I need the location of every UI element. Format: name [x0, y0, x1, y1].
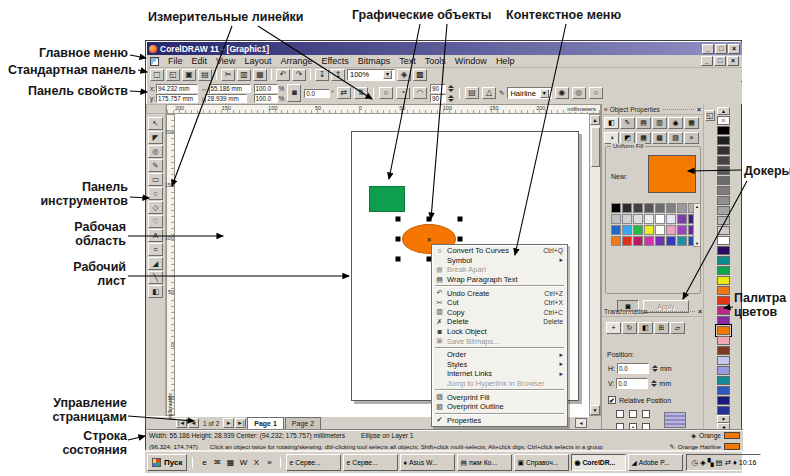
mirror-vertical-icon[interactable]: ⇅: [354, 87, 368, 99]
text-tool[interactable]: A: [148, 229, 163, 242]
docker-pin-icon[interactable]: «: [604, 106, 608, 113]
object-properties-header[interactable]: « Object Properties ×: [602, 104, 703, 115]
horizontal-ruler[interactable]: millimeters 20015010050050100150200250: [166, 104, 601, 114]
color-swatch[interactable]: [666, 203, 676, 213]
position-icon[interactable]: +: [606, 322, 621, 334]
color-swatch[interactable]: [677, 203, 687, 213]
anchor-checkbox[interactable]: [629, 410, 637, 418]
menu-help[interactable]: Help: [496, 56, 515, 66]
basic-shapes-tool[interactable]: ♡: [148, 215, 163, 228]
rectangle-tool[interactable]: ▭: [148, 173, 163, 186]
more-chevron-icon[interactable]: »: [263, 457, 275, 469]
context-item-internet-links[interactable]: Internet Links▸: [433, 369, 566, 379]
general-tab-icon[interactable]: ▤: [636, 117, 651, 129]
menu-window[interactable]: Window: [455, 56, 487, 66]
palette-color-swatch[interactable]: [717, 396, 730, 405]
docker-close-icon[interactable]: ×: [697, 106, 701, 113]
color-swatch[interactable]: [633, 225, 643, 235]
palette-color-swatch[interactable]: [717, 386, 730, 395]
menu-text[interactable]: Text: [399, 56, 416, 66]
tray-icon[interactable]: ⇄: [725, 458, 731, 467]
taskbar-button-справоч[interactable]: ▣Справоч...: [514, 454, 569, 471]
h-position-field[interactable]: 0.0: [617, 363, 649, 374]
arc-end-field[interactable]: 90: [430, 94, 446, 103]
color-swatch[interactable]: [666, 236, 676, 246]
fill-tab-icon[interactable]: ◧: [604, 117, 619, 129]
context-item-cut[interactable]: ✂CutCtrl+X: [433, 298, 566, 308]
taskbar-button-asus-w[interactable]: ♦Asus W...: [400, 454, 455, 471]
excel-icon[interactable]: X: [250, 457, 262, 469]
palette-color-swatch[interactable]: [717, 236, 730, 245]
spinner-icon[interactable]: [651, 380, 657, 387]
corel-online-icon[interactable]: ▩: [413, 69, 427, 81]
tray-icon[interactable]: ♦: [733, 458, 737, 467]
postscript-fill-icon[interactable]: ▨: [668, 132, 683, 144]
color-grid-scrollbar[interactable]: ▲▼: [693, 203, 701, 247]
palette-color-swatch[interactable]: [717, 406, 730, 415]
object-width-field[interactable]: 55.186 mm: [209, 84, 251, 93]
palette-color-swatch[interactable]: [717, 276, 730, 285]
rotation-field[interactable]: 0.0: [304, 89, 330, 98]
palette-color-swatch[interactable]: [717, 316, 730, 325]
tab-page-2[interactable]: Page 2: [285, 417, 321, 429]
object-height-field[interactable]: 28.939 mm: [205, 94, 247, 103]
palette-color-swatch[interactable]: [717, 226, 730, 235]
color-swatch[interactable]: [666, 225, 676, 235]
mail-icon[interactable]: ✉: [211, 457, 223, 469]
color-swatch[interactable]: [611, 236, 621, 246]
title-bar[interactable]: CorelDRAW 11 - [Graphic1] _ □ ×: [147, 42, 742, 55]
paste-icon[interactable]: ▦: [253, 69, 267, 81]
context-item-overprint-outline[interactable]: ▧Overprint Outline: [433, 402, 566, 412]
scroll-up-icon[interactable]: ▲: [695, 204, 699, 209]
palette-scroll-down-icon[interactable]: ▼: [717, 415, 730, 423]
menu-effects[interactable]: Effects: [321, 56, 348, 66]
rotate-icon[interactable]: ↻: [622, 322, 637, 334]
zoom-tool[interactable]: ◎: [148, 145, 163, 158]
outline-tab-icon[interactable]: ✎: [620, 117, 635, 129]
green-rectangle-object[interactable]: [369, 186, 405, 212]
tab-page-1[interactable]: Page 1: [247, 417, 284, 429]
minimize-icon[interactable]: _: [702, 44, 714, 54]
palette-color-swatch[interactable]: [717, 246, 730, 255]
anchor-checkbox[interactable]: [642, 410, 650, 418]
relative-position-checkbox[interactable]: ✔: [608, 396, 616, 404]
palette-color-swatch[interactable]: [717, 216, 730, 225]
chevron-down-icon[interactable]: ▾: [540, 89, 549, 98]
selected-color-swatch[interactable]: [717, 326, 730, 335]
texture-fill-icon[interactable]: ▩: [652, 132, 667, 144]
summary-tab-icon[interactable]: ▦: [684, 117, 699, 129]
scale-y-field[interactable]: 100.0: [254, 94, 278, 103]
fill-tool[interactable]: ◧: [148, 285, 163, 298]
color-swatch[interactable]: [644, 203, 654, 213]
document-icon[interactable]: [150, 57, 159, 66]
ie-icon[interactable]: e: [198, 457, 210, 469]
tray-icon[interactable]: ▤: [716, 458, 723, 467]
context-item-undo-create[interactable]: ↶Undo CreateCtrl+Z: [433, 288, 566, 298]
palette-color-swatch[interactable]: [717, 376, 730, 385]
color-swatch[interactable]: [622, 225, 632, 235]
color-swatch[interactable]: [644, 236, 654, 246]
size-icon[interactable]: ⊞: [654, 322, 669, 334]
scale-x-field[interactable]: 100.0: [254, 84, 278, 93]
no-color-swatch[interactable]: ✕: [717, 116, 730, 125]
taskbar-button-серве[interactable]: eСерве...: [286, 454, 341, 471]
ellipse-mode-icon[interactable]: ○: [379, 87, 393, 99]
undo-icon[interactable]: ↶: [276, 69, 290, 81]
palette-color-swatch[interactable]: [717, 136, 730, 145]
scroll-up-icon[interactable]: ▲: [590, 115, 600, 125]
chevron-down-icon[interactable]: ▾: [383, 70, 392, 79]
mirror-horizontal-icon[interactable]: ⇄: [337, 87, 351, 99]
context-item-convert-to-curves[interactable]: ○Convert To CurvesCtrl+Q: [433, 246, 566, 256]
palette-color-swatch[interactable]: [717, 256, 730, 265]
context-item-delete[interactable]: ✗DeleteDelete: [433, 317, 566, 327]
import-icon[interactable]: ↧: [315, 69, 329, 81]
palette-scroll-up-icon[interactable]: ▲: [717, 107, 730, 115]
taskbar-button-серве[interactable]: eСерве...: [343, 454, 398, 471]
doc-minimize-icon[interactable]: _: [701, 56, 713, 66]
docker-close-icon[interactable]: ×: [698, 308, 702, 315]
color-swatch[interactable]: [622, 236, 632, 246]
color-swatch[interactable]: [633, 214, 643, 224]
previous-page-icon[interactable]: ◄: [188, 418, 199, 428]
palette-color-swatch[interactable]: [717, 186, 730, 195]
color-swatch[interactable]: [655, 225, 665, 235]
